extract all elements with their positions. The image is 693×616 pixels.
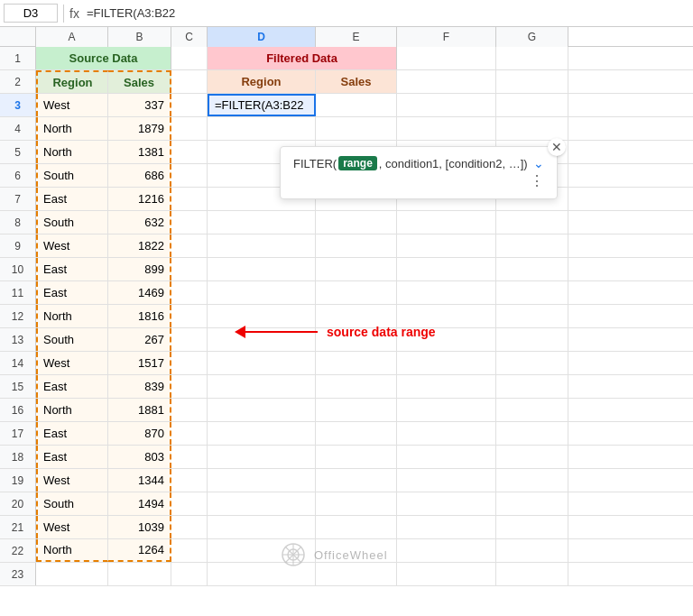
cell-g11[interactable]	[496, 281, 568, 304]
cell-f17[interactable]	[397, 422, 496, 445]
col-header-g[interactable]: G	[496, 27, 568, 47]
cell-b3[interactable]: 337	[108, 94, 171, 116]
cell-e10[interactable]	[316, 258, 397, 280]
cell-e11[interactable]	[316, 281, 397, 304]
cell-c22[interactable]	[171, 539, 208, 562]
cell-a6[interactable]: South	[36, 164, 108, 187]
cell-c11[interactable]	[171, 281, 208, 304]
cell-c2[interactable]	[171, 70, 208, 93]
cell-a7[interactable]: East	[36, 188, 108, 210]
cell-a11[interactable]: East	[36, 281, 108, 304]
cell-f4[interactable]	[397, 117, 496, 140]
cell-b2[interactable]: Sales	[108, 70, 171, 93]
cell-c8[interactable]	[171, 211, 208, 234]
chevron-down-icon[interactable]: ⌄	[533, 156, 544, 170]
cell-e3[interactable]	[316, 94, 397, 116]
cell-f18[interactable]	[397, 446, 496, 468]
cell-b4[interactable]: 1879	[108, 117, 171, 140]
cell-c15[interactable]	[171, 375, 208, 398]
cell-d21[interactable]	[208, 516, 316, 538]
cell-g23[interactable]	[496, 563, 568, 585]
cell-d14[interactable]	[208, 352, 316, 374]
cell-a12[interactable]: North	[36, 305, 108, 327]
cell-d8[interactable]	[208, 211, 316, 234]
cell-b9[interactable]: 1822	[108, 234, 171, 257]
cell-d2[interactable]: Region	[208, 70, 316, 93]
cell-b7[interactable]: 1216	[108, 188, 171, 210]
cell-g4[interactable]	[496, 117, 568, 140]
cell-a3[interactable]: West	[36, 94, 108, 116]
formula-input[interactable]	[87, 6, 689, 20]
cell-d9[interactable]	[208, 234, 316, 257]
cell-a16[interactable]: North	[36, 399, 108, 421]
cell-c16[interactable]	[171, 399, 208, 421]
cell-a4[interactable]: North	[36, 117, 108, 140]
cell-b19[interactable]: 1344	[108, 469, 171, 492]
autocomplete-more-icon[interactable]: ⋮	[293, 172, 544, 189]
cell-a21[interactable]: West	[36, 516, 108, 538]
cell-b22[interactable]: 1264	[108, 539, 171, 562]
cell-c19[interactable]	[171, 469, 208, 492]
cell-c3[interactable]	[171, 94, 208, 116]
cell-f19[interactable]	[397, 469, 496, 492]
cell-g19[interactable]	[496, 469, 568, 492]
cell-g2[interactable]	[496, 70, 568, 93]
cell-f16[interactable]	[397, 399, 496, 421]
cell-b8[interactable]: 632	[108, 211, 171, 234]
cell-g16[interactable]	[496, 399, 568, 421]
col-header-f[interactable]: F	[397, 27, 496, 47]
cell-g8[interactable]	[496, 211, 568, 234]
cell-f15[interactable]	[397, 375, 496, 398]
cell-c12[interactable]	[171, 305, 208, 327]
cell-b11[interactable]: 1469	[108, 281, 171, 304]
cell-g13[interactable]	[496, 328, 568, 351]
cell-b6[interactable]: 686	[108, 164, 171, 187]
cell-b15[interactable]: 839	[108, 375, 171, 398]
cell-f14[interactable]	[397, 352, 496, 374]
cell-c4[interactable]	[171, 117, 208, 140]
cell-f22[interactable]	[397, 539, 496, 562]
cell-c1[interactable]	[171, 47, 208, 69]
autocomplete-close-button[interactable]: ✕	[548, 138, 566, 156]
cell-e4[interactable]	[316, 117, 397, 140]
cell-b21[interactable]: 1039	[108, 516, 171, 538]
cell-b5[interactable]: 1381	[108, 141, 171, 163]
cell-c10[interactable]	[171, 258, 208, 280]
cell-d19[interactable]	[208, 469, 316, 492]
cell-c21[interactable]	[171, 516, 208, 538]
cell-a13[interactable]: South	[36, 328, 108, 351]
cell-g3[interactable]	[496, 94, 568, 116]
cell-e2[interactable]: Sales	[316, 70, 397, 93]
cell-e18[interactable]	[316, 446, 397, 468]
cell-b14[interactable]: 1517	[108, 352, 171, 374]
cell-a19[interactable]: West	[36, 469, 108, 492]
cell-d18[interactable]	[208, 446, 316, 468]
cell-c18[interactable]	[171, 446, 208, 468]
col-header-d[interactable]: D	[208, 27, 316, 47]
cell-f10[interactable]	[397, 258, 496, 280]
cell-c9[interactable]	[171, 234, 208, 257]
cell-c17[interactable]	[171, 422, 208, 445]
cell-f11[interactable]	[397, 281, 496, 304]
cell-f9[interactable]	[397, 234, 496, 257]
cell-d4[interactable]	[208, 117, 316, 140]
col-header-a[interactable]: A	[36, 27, 108, 47]
col-header-c[interactable]: C	[171, 27, 208, 47]
cell-e8[interactable]	[316, 211, 397, 234]
cell-f2[interactable]	[397, 70, 496, 93]
cell-c5[interactable]	[171, 141, 208, 163]
cell-d15[interactable]	[208, 375, 316, 398]
cell-ref-input[interactable]	[4, 4, 58, 23]
cell-d16[interactable]	[208, 399, 316, 421]
cell-g17[interactable]	[496, 422, 568, 445]
cell-a8[interactable]: South	[36, 211, 108, 234]
cell-b18[interactable]: 803	[108, 446, 171, 468]
cell-g22[interactable]	[496, 539, 568, 562]
cell-e21[interactable]	[316, 516, 397, 538]
cell-b12[interactable]: 1816	[108, 305, 171, 327]
cell-g1[interactable]	[496, 47, 568, 69]
cell-b13[interactable]: 267	[108, 328, 171, 351]
cell-f3[interactable]	[397, 94, 496, 116]
cell-a15[interactable]: East	[36, 375, 108, 398]
cell-e15[interactable]	[316, 375, 397, 398]
